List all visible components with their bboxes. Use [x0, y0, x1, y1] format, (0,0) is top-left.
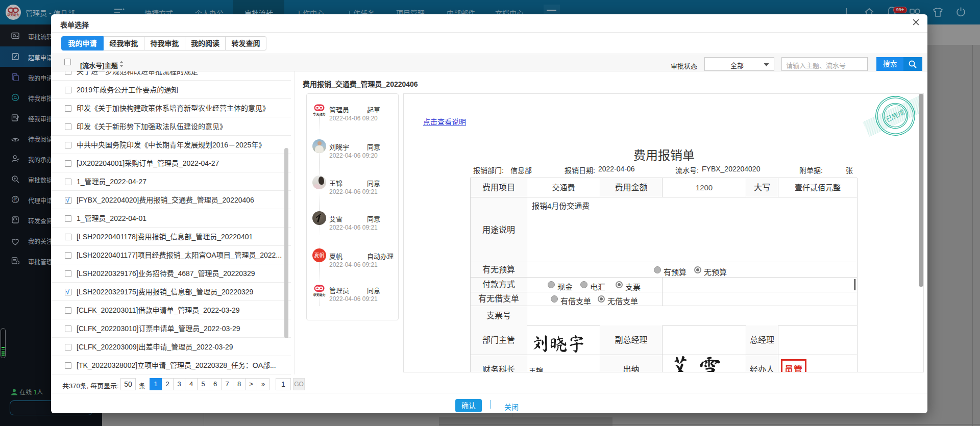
svg-text:代: 代 [13, 197, 17, 202]
svg-text:已完成: 已完成 [885, 108, 906, 123]
svg-text:华天动力: 华天动力 [7, 13, 19, 17]
